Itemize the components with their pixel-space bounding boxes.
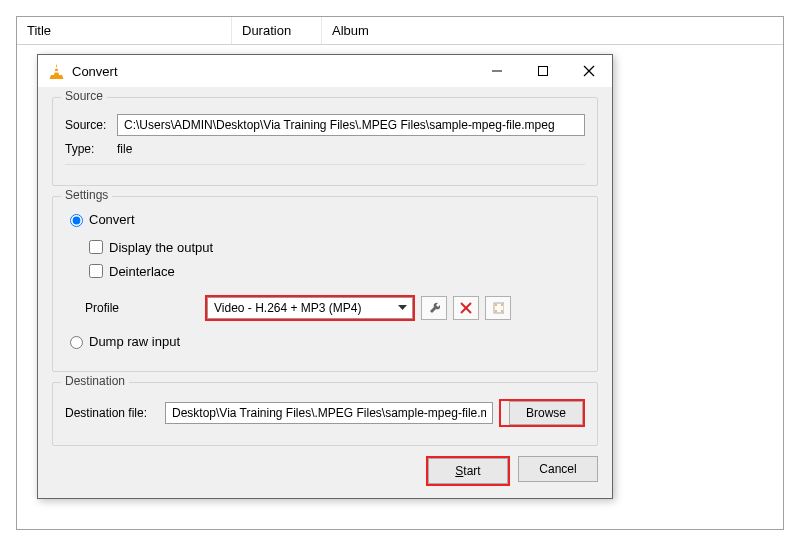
convert-radio-row[interactable]: Convert xyxy=(65,211,585,227)
column-title[interactable]: Title xyxy=(17,17,232,44)
x-icon xyxy=(460,302,472,314)
close-button[interactable] xyxy=(566,55,612,87)
convert-radio-label: Convert xyxy=(89,212,135,227)
settings-group: Settings Convert Display the output Dein… xyxy=(52,196,598,372)
destination-group-label: Destination xyxy=(61,374,129,388)
source-label: Source: xyxy=(65,118,117,132)
column-album[interactable]: Album xyxy=(322,17,783,44)
svg-rect-0 xyxy=(55,67,58,69)
svg-point-9 xyxy=(495,304,497,306)
source-group-label: Source xyxy=(61,89,107,103)
new-icon xyxy=(492,301,504,315)
convert-dialog: Convert Source Source: Type: file xyxy=(37,54,613,499)
svg-line-5 xyxy=(584,66,594,76)
source-group: Source Source: Type: file xyxy=(52,97,598,186)
wrench-icon xyxy=(428,301,440,315)
display-output-checkbox[interactable] xyxy=(89,240,103,254)
close-icon xyxy=(583,65,595,77)
profile-select[interactable]: Video - H.264 + MP3 (MP4) xyxy=(207,297,413,319)
dump-radio[interactable] xyxy=(70,336,83,349)
display-output-row[interactable]: Display the output xyxy=(65,237,585,257)
svg-rect-1 xyxy=(54,71,59,73)
svg-point-11 xyxy=(495,310,497,312)
column-duration[interactable]: Duration xyxy=(232,17,322,44)
maximize-button[interactable] xyxy=(520,55,566,87)
browse-button[interactable]: Browse xyxy=(509,401,583,425)
svg-line-4 xyxy=(584,66,594,76)
minimize-button[interactable] xyxy=(474,55,520,87)
destination-input[interactable] xyxy=(165,402,493,424)
table-header: Title Duration Album xyxy=(17,17,783,45)
display-output-label: Display the output xyxy=(109,240,213,255)
svg-point-12 xyxy=(501,310,503,312)
vlc-cone-icon xyxy=(48,63,65,80)
svg-point-10 xyxy=(501,304,503,306)
titlebar[interactable]: Convert xyxy=(38,55,612,87)
profile-label: Profile xyxy=(85,301,205,315)
edit-profile-button[interactable] xyxy=(421,296,447,320)
maximize-icon xyxy=(537,65,549,77)
dump-radio-label: Dump raw input xyxy=(89,334,180,349)
type-label: Type: xyxy=(65,142,117,156)
destination-label: Destination file: xyxy=(65,406,165,420)
settings-group-label: Settings xyxy=(61,188,112,202)
minimize-icon xyxy=(491,65,503,77)
type-value: file xyxy=(117,142,132,156)
new-profile-button[interactable] xyxy=(485,296,511,320)
deinterlace-checkbox[interactable] xyxy=(89,264,103,278)
deinterlace-label: Deinterlace xyxy=(109,264,175,279)
svg-rect-3 xyxy=(539,67,548,76)
cancel-button[interactable]: Cancel xyxy=(518,456,598,482)
destination-group: Destination Destination file: Browse xyxy=(52,382,598,446)
convert-radio[interactable] xyxy=(70,214,83,227)
deinterlace-row[interactable]: Deinterlace xyxy=(65,261,585,281)
source-input[interactable] xyxy=(117,114,585,136)
start-button[interactable]: Start xyxy=(428,458,508,484)
delete-profile-button[interactable] xyxy=(453,296,479,320)
dialog-title: Convert xyxy=(72,64,474,79)
dump-radio-row[interactable]: Dump raw input xyxy=(65,333,585,349)
